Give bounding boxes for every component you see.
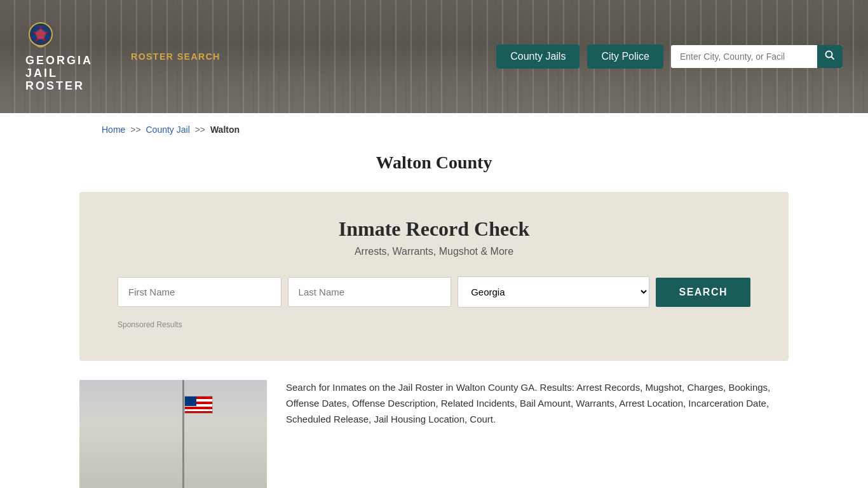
georgia-seal-icon [25, 20, 56, 52]
header-right: County Jails City Police [496, 44, 843, 69]
logo-line3: ROSTER [25, 80, 85, 93]
breadcrumb-sep1: >> [130, 125, 140, 135]
breadcrumb-current: Walton [210, 125, 240, 135]
city-police-button[interactable]: City Police [587, 44, 663, 69]
us-flag [184, 396, 213, 414]
description-area: Search for Inmates on the Jail Roster in… [79, 380, 789, 488]
header-search-input[interactable] [671, 46, 817, 67]
inmate-search-button[interactable]: SEARCH [656, 278, 750, 307]
logo-area: GEORGIA JAIL ROSTER [25, 20, 93, 92]
header-content: GEORGIA JAIL ROSTER ROSTER SEARCH County… [0, 0, 868, 113]
header-search-button[interactable] [817, 45, 843, 68]
header: GEORGIA JAIL ROSTER ROSTER SEARCH County… [0, 0, 868, 113]
breadcrumb-county-jail[interactable]: County Jail [146, 125, 190, 135]
search-icon [825, 50, 835, 60]
svg-point-2 [36, 29, 46, 39]
last-name-input[interactable] [288, 277, 452, 307]
first-name-input[interactable] [118, 277, 281, 307]
breadcrumb-home[interactable]: Home [102, 125, 125, 135]
breadcrumb-sep2: >> [195, 125, 205, 135]
inmate-form-row: AlabamaAlaskaArizonaArkansasCaliforniaCo… [118, 276, 750, 308]
logo-line1: GEORGIA [25, 55, 93, 67]
inmate-record-title: Inmate Record Check [118, 217, 750, 241]
roster-search-link[interactable]: ROSTER SEARCH [131, 51, 220, 62]
svg-line-4 [832, 57, 834, 60]
breadcrumb: Home >> County Jail >> Walton [0, 113, 868, 146]
description-text: Search for Inmates on the Jail Roster in… [286, 380, 789, 427]
svg-point-3 [826, 51, 832, 58]
county-jails-button[interactable]: County Jails [496, 44, 580, 69]
logo-line2: JAIL [25, 67, 58, 80]
inmate-record-box: Inmate Record Check Arrests, Warrants, M… [79, 192, 789, 361]
state-select[interactable]: AlabamaAlaskaArizonaArkansasCaliforniaCo… [458, 276, 649, 308]
page-title-area: Walton County [0, 146, 868, 192]
inmate-record-subtitle: Arrests, Warrants, Mugshot & More [118, 246, 750, 257]
page-title: Walton County [0, 152, 868, 173]
building-image [79, 380, 267, 488]
header-search-bar [671, 45, 843, 68]
sponsored-label: Sponsored Results [118, 320, 750, 329]
